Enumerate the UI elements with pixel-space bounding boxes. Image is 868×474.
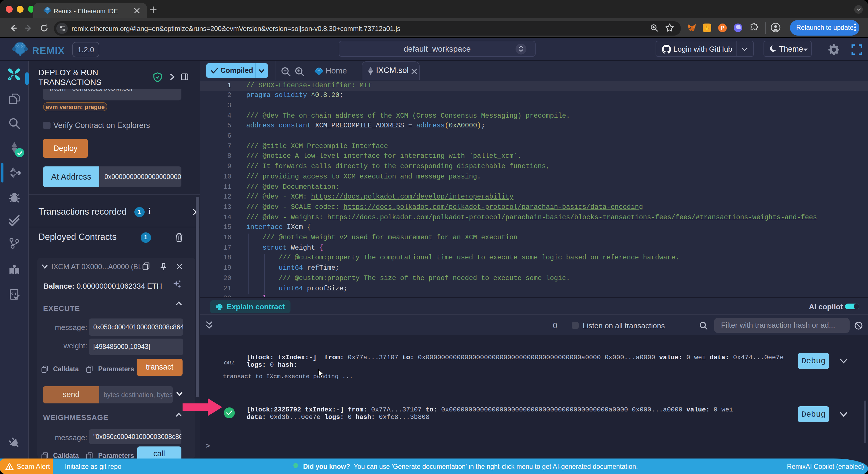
svg-text:AI: AI	[9, 75, 13, 80]
